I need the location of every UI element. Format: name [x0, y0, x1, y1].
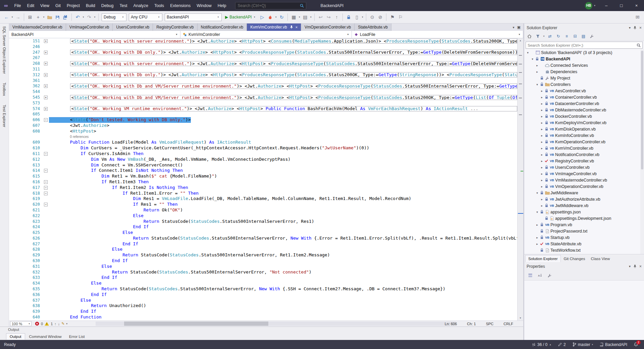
- chevron-down-icon[interactable]: ▼: [175, 33, 178, 36]
- code-line-640[interactable]: 640End Function: [9, 314, 517, 320]
- expander-icon[interactable]: ▸: [540, 166, 544, 169]
- expander-icon[interactable]: ▸: [540, 147, 544, 150]
- dropdown-caret-icon[interactable]: ▾: [309, 16, 312, 18]
- status-eol[interactable]: CRLF: [503, 322, 513, 326]
- menu-window[interactable]: Window: [194, 0, 214, 11]
- tree-item-22[interactable]: ▾JwtMiddleware: [524, 190, 644, 196]
- fold-expand-icon[interactable]: +: [44, 96, 48, 99]
- properties-icon[interactable]: [588, 33, 596, 40]
- expander-icon[interactable]: ▸: [540, 185, 544, 188]
- code-line-636[interactable]: 636End If: [9, 292, 517, 298]
- code-line-623[interactable]: 623Return StatusCode(StatusCodes.Status5…: [9, 219, 517, 225]
- code-line-616[interactable]: 616−If Ret1.Item3 Then: [9, 179, 517, 185]
- code-line-639[interactable]: 639End If: [9, 309, 517, 314]
- code-line-635[interactable]: 635Return StatusCode(StatusCodes.Status5…: [9, 286, 517, 292]
- menu-edit[interactable]: Edit: [24, 0, 38, 11]
- horizontal-scrollbar[interactable]: [96, 321, 456, 326]
- dropdown-caret-icon[interactable]: ▾: [274, 16, 277, 18]
- show-all-files-icon[interactable]: ▤: [580, 33, 587, 40]
- tree-item-6[interactable]: ▸VBAesController.vb: [524, 88, 644, 94]
- code-line-628[interactable]: 628Else: [9, 247, 517, 252]
- nest-files-icon[interactable]: ≡: [563, 33, 571, 40]
- tree-item-29[interactable]: ▸VBStartup.vb: [524, 234, 644, 241]
- tree-item-9[interactable]: ▸VBDbMasternodeController.vb: [524, 107, 644, 113]
- quick-search[interactable]: [235, 2, 306, 9]
- vertical-scrollbar[interactable]: ▲ ▼: [517, 38, 523, 320]
- code-line-573[interactable]: 573: [9, 100, 517, 106]
- notifications-button[interactable]: 2: [634, 342, 638, 347]
- tree-item-11[interactable]: ▸VBKvmDeployVmController.vb: [524, 119, 644, 126]
- dropdown-caret-icon[interactable]: ▾: [298, 16, 301, 18]
- tree-item-25[interactable]: ▾{}appsettings.json: [524, 209, 644, 215]
- code-line-637[interactable]: 637Else: [9, 298, 517, 303]
- side-tab-sql-server-object-explorer[interactable]: SQL Server Object Explorer: [2, 26, 6, 74]
- expander-icon[interactable]: ▸: [535, 223, 539, 227]
- menu-view[interactable]: View: [37, 0, 52, 11]
- code-line-630[interactable]: 630End If: [9, 258, 517, 264]
- code-line-626[interactable]: 626Return StatusCode(StatusCodes.Status5…: [9, 236, 517, 241]
- expander-icon[interactable]: ▾: [526, 51, 530, 54]
- tree-item-0[interactable]: ▾Solution 'BackendAPI' (3 of 3 projects): [524, 49, 644, 56]
- back-icon[interactable]: ←: [3, 13, 10, 21]
- code-line-632[interactable]: 632Return StatusCode(StatusCodes.Status5…: [9, 269, 517, 275]
- code-line-619[interactable]: 619Dim Res1 = VmLoadFile.LoadFile(_DB, M…: [9, 196, 517, 202]
- collapsed-region[interactable]: <State("OK. Working with Db and VM/Serve…: [70, 84, 517, 89]
- vs-logo-icon[interactable]: ∞: [4, 3, 8, 9]
- menu-tools[interactable]: Tools: [151, 0, 167, 11]
- code-line-611[interactable]: 611−If CurUsers.IsAdmin Then: [9, 151, 517, 157]
- tree-item-14[interactable]: ▸VBKvmOperationController.vb: [524, 139, 644, 145]
- navigate-forward-icon[interactable]: ↪: [325, 13, 332, 21]
- expander-icon[interactable]: ▸: [540, 134, 544, 137]
- code-line-574[interactable]: 574+<State("OK. Working VM runtime envir…: [9, 106, 517, 112]
- save-all-icon[interactable]: [62, 13, 69, 21]
- tree-item-12[interactable]: ▸VBKvmDiskOperation.vb: [524, 126, 644, 132]
- code-line-268[interactable]: 268+<State("OK. Working with server envi…: [9, 61, 517, 66]
- code-line-246[interactable]: 246: [9, 44, 517, 50]
- code-line-631[interactable]: 631Else: [9, 264, 517, 269]
- collapsed-region[interactable]: <State("OK. Working with DB only.")> <Jw…: [70, 50, 517, 55]
- tree-item-7[interactable]: ▸VBContainerController.vb: [524, 94, 644, 100]
- fold-expand-icon[interactable]: +: [44, 62, 48, 65]
- tree-item-24[interactable]: ▸VBJwtMiddleware.vb: [524, 202, 644, 209]
- code-line-311[interactable]: 311: [9, 66, 517, 72]
- pending-edits[interactable]: 2: [558, 342, 566, 347]
- output-tab-error-list[interactable]: Error List: [66, 334, 88, 340]
- search-icon[interactable]: [300, 4, 304, 8]
- doc-tab-0[interactable]: VmMasternodeController.vb: [9, 23, 66, 31]
- panel-tab-git-changes[interactable]: Git Changes: [561, 255, 588, 262]
- code-line-624[interactable]: 624End If: [9, 224, 517, 230]
- solution-explorer-title-bar[interactable]: Solution Explorer ▾ ×: [524, 23, 644, 32]
- fold-collapse-icon[interactable]: −: [44, 180, 48, 184]
- expander-icon[interactable]: ▸: [540, 115, 544, 118]
- expander-icon[interactable]: ▸: [540, 172, 544, 176]
- fold-expand-icon[interactable]: +: [44, 73, 48, 77]
- doc-tab-5[interactable]: KvmVmController.vb×: [247, 23, 301, 31]
- fold-expand-icon[interactable]: +: [44, 39, 48, 43]
- add-item-icon[interactable]: +: [34, 13, 42, 21]
- tree-item-8[interactable]: ▸VBDatacenterController.vb: [524, 100, 644, 107]
- error-count[interactable]: 0: [41, 322, 43, 326]
- doc-tab-3[interactable]: RegistryController.vb: [153, 23, 197, 31]
- code-line-312[interactable]: 312+<State("OK. Working with Db only.")>…: [9, 72, 517, 78]
- pending-changes-filter-icon[interactable]: [534, 33, 542, 40]
- tree-item-19[interactable]: ▸VBVmImageController.vb: [524, 170, 644, 177]
- tree-item-28[interactable]: ProjectPassword.txt: [524, 228, 644, 234]
- lock-icon[interactable]: [345, 13, 353, 21]
- collapsed-region[interactable]: <State("OK. Working VM runtime environme…: [70, 106, 517, 111]
- code-line-618[interactable]: 618−If Ret1.Item1.Error = "" Then: [9, 191, 517, 196]
- next-issue-icon[interactable]: ↓: [58, 322, 60, 326]
- tree-item-30[interactable]: ▸VBStateAttribute.vb: [524, 241, 644, 247]
- code-line-629[interactable]: 629Return StatusCode(StatusCodes.Status5…: [9, 252, 517, 258]
- expander-icon[interactable]: ▾: [535, 83, 539, 86]
- code-line-620[interactable]: 620−If Res1 = "" Then: [9, 202, 517, 207]
- expander-icon[interactable]: ▸: [540, 198, 544, 201]
- property-pages-icon[interactable]: [546, 272, 553, 279]
- save-icon[interactable]: [54, 13, 61, 21]
- code-line-544[interactable]: 544: [9, 89, 517, 95]
- properties-options-caret-icon[interactable]: ▾: [629, 264, 631, 268]
- output-panel-title[interactable]: Output: [0, 327, 523, 332]
- account-avatar[interactable]: HB: [585, 2, 592, 9]
- zoom-control[interactable]: 100 %▾: [10, 321, 32, 326]
- tree-item-18[interactable]: ▸VBUsersController.vb: [524, 164, 644, 170]
- code-line-634[interactable]: 634Else: [9, 281, 517, 286]
